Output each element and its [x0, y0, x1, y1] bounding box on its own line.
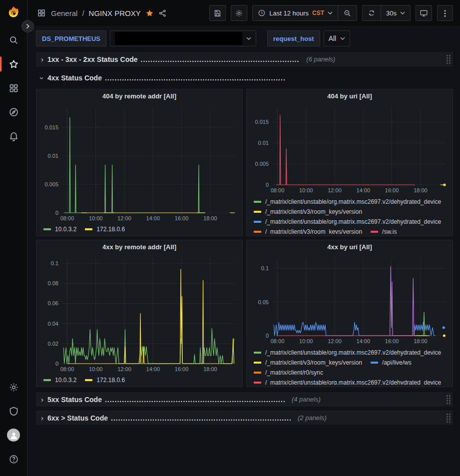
legend-label: /api/live/ws	[382, 358, 412, 368]
legend-item[interactable]: 172.18.0.6	[85, 224, 125, 235]
chevron-right-icon	[24, 23, 31, 29]
legend-label: 172.18.0.6	[96, 224, 125, 235]
sidebar-expand-button[interactable]	[21, 20, 34, 32]
chart-canvas[interactable]: 00.0050.010.01508:0010:0012:0014:0016:00…	[39, 103, 239, 223]
legend-item[interactable]: /_matrix/client/unstable/org.matrix.msc2…	[254, 378, 441, 385]
sidebar-item-configuration[interactable]	[0, 375, 27, 399]
svg-text:08:00: 08:00	[60, 366, 74, 372]
row-drag-handle[interactable]	[447, 55, 451, 64]
row-title: 6xx > Status Code	[47, 414, 108, 422]
svg-text:0: 0	[266, 333, 269, 339]
legend-item[interactable]: /sw.js	[371, 227, 397, 234]
svg-text:18:00: 18:00	[414, 338, 428, 344]
time-range-picker[interactable]: Last 12 hours CST	[253, 5, 338, 20]
chevron-down-icon	[246, 37, 251, 40]
more-options-button[interactable]: ⋮	[437, 5, 453, 21]
sidebar-item-explore[interactable]	[0, 100, 27, 124]
svg-text:14:00: 14:00	[357, 187, 371, 193]
save-dashboard-button[interactable]	[209, 5, 226, 21]
sidebar-item-server-admin[interactable]	[0, 399, 27, 423]
row-leader-dots: ........................................…	[105, 396, 285, 404]
variable-value: All	[329, 34, 337, 42]
row-title: 1xx - 3xx - 2xx Status Code	[47, 55, 138, 63]
panel-title[interactable]: 404 by uri [All]	[250, 89, 450, 103]
share-icon[interactable]	[158, 9, 167, 17]
svg-text:18:00: 18:00	[203, 366, 217, 372]
row-header-1xx-3xx-2xx[interactable]: › 1xx - 3xx - 2xx Status Code ..........…	[36, 52, 453, 66]
refresh-interval-picker[interactable]: 30s	[381, 5, 410, 20]
dashboard-settings-button[interactable]	[231, 5, 247, 21]
sidebar-item-help[interactable]	[0, 447, 27, 471]
svg-text:0.005: 0.005	[255, 161, 269, 167]
dashboards-grid-icon	[37, 8, 46, 17]
sidebar-item-alerting[interactable]	[0, 124, 27, 148]
chart-canvas[interactable]: 00.050.108:0010:0012:0014:0016:0018:00	[250, 254, 450, 346]
legend-item[interactable]: /api/live/ws	[371, 358, 412, 368]
legend-item[interactable]: 10.0.3.2	[43, 375, 76, 386]
svg-text:0.015: 0.015	[255, 119, 269, 125]
legend-color-swatch	[254, 211, 261, 213]
row-drag-handle[interactable]	[447, 414, 451, 423]
legend-label: 172.18.0.6	[96, 375, 125, 386]
sidebar-item-starred[interactable]	[0, 52, 27, 76]
search-icon	[8, 35, 19, 45]
legend-item[interactable]: 10.0.3.2	[43, 224, 76, 235]
legend-color-swatch	[254, 352, 261, 354]
star-icon	[8, 59, 19, 69]
variable-select-ds-prometheus[interactable]	[110, 30, 256, 46]
chart-canvas[interactable]: 00.0050.010.01508:0010:0012:0014:0016:00…	[250, 103, 450, 195]
legend-item[interactable]: /_matrix/client/v3/room_keys/version	[254, 227, 362, 234]
zoom-out-icon	[343, 9, 352, 17]
legend-item[interactable]: /_matrix/client/r0/sync	[254, 368, 323, 378]
legend-item[interactable]: /_matrix/client/v3/room_keys/version	[254, 358, 362, 368]
svg-text:18:00: 18:00	[203, 215, 217, 221]
sidebar-item-search[interactable]	[0, 28, 27, 52]
chart-legend: /_matrix/client/unstable/org.matrix.msc2…	[250, 197, 450, 234]
timezone-label: CST	[312, 9, 324, 16]
legend-color-swatch	[85, 379, 92, 381]
svg-text:10:00: 10:00	[89, 215, 103, 221]
legend-color-swatch	[371, 231, 378, 233]
row-drag-handle[interactable]	[447, 395, 451, 404]
legend-item[interactable]: /_matrix/client/unstable/org.matrix.msc2…	[254, 217, 441, 227]
panel-title[interactable]: 4xx by remote addr [All]	[39, 240, 239, 254]
panel-404-by-uri: 404 by uri [All] 00.0050.010.01508:0010:…	[246, 89, 453, 236]
cycle-view-mode-button[interactable]	[416, 5, 432, 21]
svg-text:0.08: 0.08	[48, 280, 58, 286]
refresh-button[interactable]	[363, 5, 381, 20]
chart-legend: 10.0.3.2172.18.0.6	[39, 375, 239, 387]
grafana-logo[interactable]	[5, 4, 22, 21]
sidebar-item-profile[interactable]	[0, 423, 27, 447]
sidebar-item-dashboards[interactable]	[0, 76, 27, 100]
legend-label: /_matrix/client/v3/room_keys/version	[265, 227, 362, 234]
svg-text:0.05: 0.05	[258, 299, 269, 305]
legend-item[interactable]: /_matrix/client/unstable/org.matrix.msc2…	[254, 197, 441, 207]
grafana-flame-icon	[6, 5, 21, 20]
page-title: NGINX PROXY	[89, 9, 141, 17]
variables-row: DS_PROMETHEUS request_host All	[36, 30, 453, 46]
time-range-label: Last 12 hours	[269, 9, 309, 17]
svg-text:16:00: 16:00	[175, 366, 189, 372]
sidebar	[0, 0, 27, 476]
legend-item[interactable]: /_matrix/client/unstable/org.matrix.msc2…	[254, 348, 441, 358]
row-leader-dots: ........................................…	[105, 74, 285, 82]
svg-text:0.01: 0.01	[48, 153, 58, 159]
legend-item[interactable]: /_matrix/client/v3/room_keys/version	[254, 207, 362, 217]
save-icon	[213, 9, 222, 17]
svg-text:16:00: 16:00	[385, 187, 399, 193]
row-header-5xx[interactable]: › 5xx Status Code ......................…	[36, 392, 453, 407]
chart-canvas[interactable]: 00.020.040.060.080.108:0010:0012:0014:00…	[39, 254, 239, 374]
apps-grid-icon	[8, 83, 19, 93]
breadcrumb-section[interactable]: General	[51, 9, 77, 17]
panel-title[interactable]: 4xx by uri [All]	[250, 240, 450, 254]
shield-icon	[8, 406, 19, 417]
variable-select-request-host[interactable]: All	[324, 30, 351, 46]
panel-title[interactable]: 404 by remote addr [All]	[39, 89, 239, 103]
row-header-4xx[interactable]: › 4xx Status Code ......................…	[36, 70, 453, 85]
zoom-out-button[interactable]	[338, 5, 357, 20]
legend-color-swatch	[371, 362, 378, 364]
legend-item[interactable]: 172.18.0.6	[85, 375, 125, 386]
favorite-star-icon[interactable]	[145, 9, 154, 17]
chevron-down-icon: ›	[38, 77, 46, 79]
row-header-6xx[interactable]: › 6xx > Status Code ....................…	[36, 411, 453, 425]
